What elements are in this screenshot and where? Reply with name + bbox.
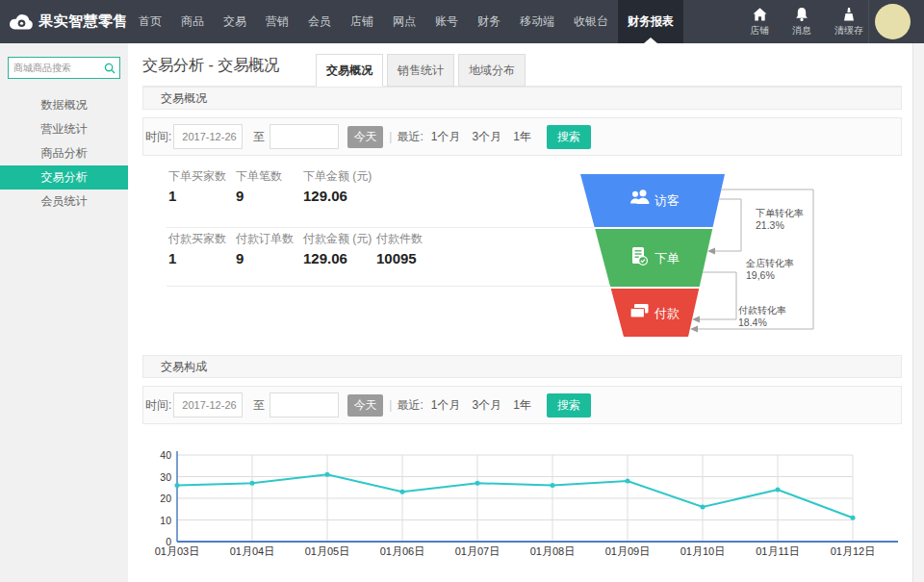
range-1-overview[interactable]: 1个月 xyxy=(431,129,461,145)
sidebar-menu: 数据概况营业统计商品分析交易分析会员统计 xyxy=(0,93,128,214)
svg-text:付款: 付款 xyxy=(654,306,680,320)
svg-text:01月10日: 01月10日 xyxy=(680,545,725,557)
stat-value: 129.06 xyxy=(303,188,376,204)
svg-text:下单转化率: 下单转化率 xyxy=(756,208,804,218)
avatar[interactable] xyxy=(875,4,911,39)
clear-cache-label: 清缓存 xyxy=(834,24,863,38)
message-icon xyxy=(794,7,809,22)
stat-col: 付款订单数9 xyxy=(236,231,303,266)
svg-text:01月11日: 01月11日 xyxy=(756,545,800,557)
stats-divider-1 xyxy=(167,227,594,228)
search-button-composition[interactable]: 搜索 xyxy=(547,393,591,418)
recent-label-composition: 最近: xyxy=(397,397,423,414)
filter-box-composition: 时间:至今天|最近:1个月3个月1年搜索 xyxy=(142,386,902,424)
to-label-composition: 至 xyxy=(253,397,265,414)
nav-item-10[interactable]: 移动端 xyxy=(510,0,564,43)
date-to-input-overview[interactable] xyxy=(270,124,339,149)
nav-item-2[interactable]: 商品 xyxy=(171,0,214,43)
svg-text:01月07日: 01月07日 xyxy=(455,545,500,557)
stat-value: 9 xyxy=(236,188,303,204)
range-2-overview[interactable]: 3个月 xyxy=(473,129,502,145)
stat-label: 下单买家数 xyxy=(168,168,236,185)
svg-text:01月03日: 01月03日 xyxy=(155,545,199,557)
today-button-overview[interactable]: 今天 xyxy=(347,126,383,148)
stat-col: 付款金额 (元)129.06 xyxy=(303,231,376,266)
stat-label: 付款订单数 xyxy=(236,231,303,247)
svg-text:下单: 下单 xyxy=(654,251,680,266)
date-from-input-composition[interactable] xyxy=(173,392,243,418)
sidebar-search xyxy=(8,57,120,79)
time-label-overview: 时间: xyxy=(145,129,171,145)
title-row: 交易分析 - 交易概况 交易概况销售统计地域分布 xyxy=(142,43,902,87)
stat-col: 付款件数10095 xyxy=(376,231,444,266)
svg-text:18.4%: 18.4% xyxy=(738,316,767,328)
date-from-input-overview[interactable] xyxy=(173,124,243,149)
nav-item-5[interactable]: 会员 xyxy=(298,0,341,43)
sidebar-item-5[interactable]: 会员统计 xyxy=(0,190,128,214)
date-to-input-composition[interactable] xyxy=(270,392,339,418)
range-3-composition[interactable]: 1年 xyxy=(513,397,531,414)
svg-text:01月12日: 01月12日 xyxy=(831,545,875,557)
trend-line-chart: 01020304001月03日01月04日01月05日01月06日01月07日0… xyxy=(142,438,902,572)
nav-menu: 首页商品交易营销会员店铺网点账号财务移动端收银台财务报表 xyxy=(129,0,683,43)
scrollbar[interactable] xyxy=(912,43,924,582)
brand-name: 果实智慧零售 xyxy=(38,13,128,31)
nav-item-9[interactable]: 财务 xyxy=(468,0,510,43)
stat-label: 付款金额 (元) xyxy=(303,231,376,247)
range-2-composition[interactable]: 3个月 xyxy=(473,397,502,414)
message-button[interactable]: 消息 xyxy=(792,7,811,38)
stat-label: 付款买家数 xyxy=(168,231,236,247)
filter-box-overview: 时间:至今天|最近:1个月3个月1年搜索 xyxy=(142,117,902,156)
svg-text:访客: 访客 xyxy=(654,193,680,208)
sidebar-item-4[interactable]: 交易分析 xyxy=(0,165,128,190)
stat-col: 下单笔数9 xyxy=(236,168,303,204)
stat-value: 9 xyxy=(236,250,303,266)
stat-value: 1 xyxy=(168,250,236,266)
search-icon[interactable] xyxy=(104,63,116,74)
search-button-overview[interactable]: 搜索 xyxy=(547,125,591,149)
filter-separator-overview: | xyxy=(389,130,392,143)
payment-stats-row: 付款买家数1付款订单数9付款金额 (元)129.06付款件数10095 xyxy=(168,231,444,266)
today-button-composition[interactable]: 今天 xyxy=(347,394,383,417)
sidebar-item-1[interactable]: 数据概况 xyxy=(0,93,128,117)
svg-text:01月05日: 01月05日 xyxy=(305,545,349,557)
range-1-composition[interactable]: 1个月 xyxy=(431,397,461,414)
main-content: 交易分析 - 交易概况 交易概况销售统计地域分布 交易概况 时间:至今天|最近:… xyxy=(128,43,912,582)
svg-text:01月04日: 01月04日 xyxy=(230,545,274,557)
svg-text:19,6%: 19,6% xyxy=(746,269,775,281)
nav-item-6[interactable]: 店铺 xyxy=(341,0,383,43)
nav-item-11[interactable]: 收银台 xyxy=(564,0,618,43)
recent-label-overview: 最近: xyxy=(397,129,423,145)
stat-col: 下单买家数1 xyxy=(168,168,236,204)
page-title: 交易分析 - 交易概况 xyxy=(142,43,316,86)
nav-item-4[interactable]: 营销 xyxy=(256,0,298,43)
store-button[interactable]: 店铺 xyxy=(750,7,769,38)
svg-text:全店转化率: 全店转化率 xyxy=(745,258,794,268)
sidebar-item-3[interactable]: 商品分析 xyxy=(0,141,128,165)
tab-2[interactable]: 销售统计 xyxy=(387,54,454,87)
nav-item-3[interactable]: 交易 xyxy=(214,0,256,43)
sidebar-item-2[interactable]: 营业统计 xyxy=(0,117,128,141)
range-3-overview[interactable]: 1年 xyxy=(513,129,531,145)
line-chart-wrap: 01020304001月03日01月04日01月05日01月06日01月07日0… xyxy=(142,438,902,576)
filter-separator-composition: | xyxy=(389,398,392,412)
tab-3[interactable]: 地域分布 xyxy=(458,54,526,87)
stat-label: 下单金额 (元) xyxy=(303,168,376,185)
nav-item-1[interactable]: 首页 xyxy=(129,0,171,43)
svg-text:30: 30 xyxy=(160,471,171,483)
clear-cache-icon xyxy=(841,7,857,22)
tab-1[interactable]: 交易概况 xyxy=(316,54,383,87)
nav-item-8[interactable]: 账号 xyxy=(425,0,468,43)
clear-cache-button[interactable]: 清缓存 xyxy=(834,7,863,38)
svg-text:10: 10 xyxy=(160,515,171,526)
nav-item-7[interactable]: 网点 xyxy=(383,0,425,43)
svg-text:40: 40 xyxy=(160,449,171,461)
cloud-logo-icon xyxy=(9,13,35,32)
stat-value: 10095 xyxy=(376,250,444,266)
stat-label: 下单笔数 xyxy=(236,168,303,185)
stat-col: 付款买家数1 xyxy=(168,231,236,266)
avatar-zone xyxy=(868,0,924,43)
brand-logo: 果实智慧零售 xyxy=(0,0,129,43)
nav-item-12[interactable]: 财务报表 xyxy=(618,0,683,43)
section-composition-header: 交易构成 xyxy=(142,355,902,378)
